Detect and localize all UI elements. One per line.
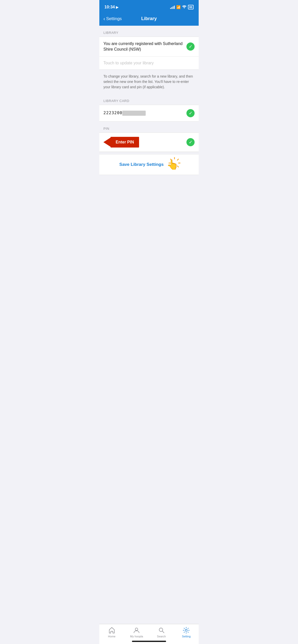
battery-indicator: 88 <box>188 5 194 9</box>
content-spacer <box>99 175 199 226</box>
svg-point-0 <box>184 8 185 9</box>
wifi-icon: 📶 <box>176 5 181 9</box>
library-card: You are currently registered with Suther… <box>99 37 199 70</box>
pin-arrow-container: Enter PIN <box>103 137 139 148</box>
back-label: Settings <box>106 16 122 21</box>
red-arrow-icon <box>103 138 111 147</box>
library-check-icon: ✓ <box>186 42 195 51</box>
wifi-signal-icon <box>182 5 186 9</box>
library-card-number-row[interactable]: 2223200██▌▌██▌ ✓ <box>99 105 199 121</box>
card-check-icon: ✓ <box>186 109 195 117</box>
pin-card: Enter PIN ✓ <box>99 133 199 152</box>
pin-check-icon: ✓ <box>186 138 195 146</box>
update-library-row[interactable]: Touch to update your library <box>99 57 199 69</box>
location-icon: ▶ <box>116 5 118 9</box>
library-card-number-card: 2223200██▌▌██▌ ✓ <box>99 105 199 122</box>
enter-pin-button[interactable]: Enter PIN <box>111 137 139 148</box>
back-chevron-icon: ‹ <box>103 16 105 22</box>
content-area: LIBRARY You are currently registered wit… <box>99 26 199 226</box>
registered-library-text: You are currently registered with Suther… <box>103 41 183 52</box>
status-icons: 📶 88 <box>170 5 194 9</box>
library-card-number: 2223200██▌▌██▌ <box>103 110 146 116</box>
status-bar: 10:34 ▶ 📶 88 <box>99 0 199 13</box>
update-library-placeholder: Touch to update your library <box>103 61 154 65</box>
library-section-header: LIBRARY <box>99 26 199 37</box>
finger-pointer-icon: 👆 <box>167 159 179 170</box>
pin-section-header: PIN <box>99 122 199 133</box>
library-info-text: To change your library, search for a new… <box>99 70 199 94</box>
back-button[interactable]: ‹ Settings <box>103 16 122 22</box>
library-card-section-header: LIBRARY CARD <box>99 94 199 105</box>
barcode-blur: ██▌▌██▌ <box>122 111 145 116</box>
save-library-settings-button[interactable]: Save Library Settings <box>119 162 164 167</box>
status-time: 10:34 ▶ <box>104 5 118 9</box>
click-animation: 👆 <box>167 159 179 170</box>
pin-row: Enter PIN ✓ <box>99 133 199 152</box>
signal-bars-icon <box>170 5 175 9</box>
page-title: Library <box>141 16 157 21</box>
registered-library-row: You are currently registered with Suther… <box>99 37 199 57</box>
save-library-settings-row[interactable]: Save Library Settings 👆 <box>99 154 199 175</box>
nav-bar: ‹ Settings Library <box>99 13 199 26</box>
